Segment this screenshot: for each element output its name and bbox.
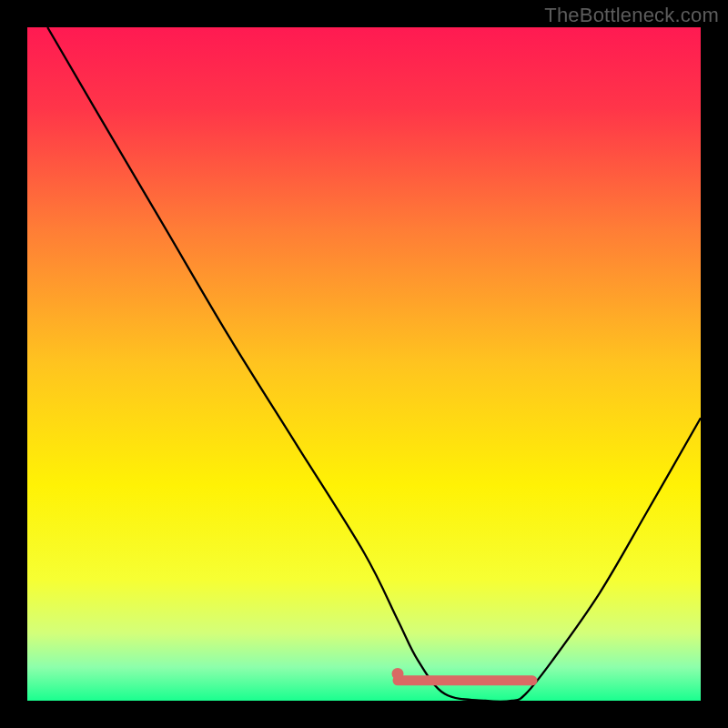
bottleneck-curve — [47, 27, 701, 701]
watermark-text: TheBottleneck.com — [544, 4, 719, 27]
plot-area — [27, 27, 701, 701]
optimal-point-marker — [392, 668, 404, 680]
curve-layer — [27, 27, 701, 701]
chart-frame: TheBottleneck.com — [0, 0, 728, 728]
